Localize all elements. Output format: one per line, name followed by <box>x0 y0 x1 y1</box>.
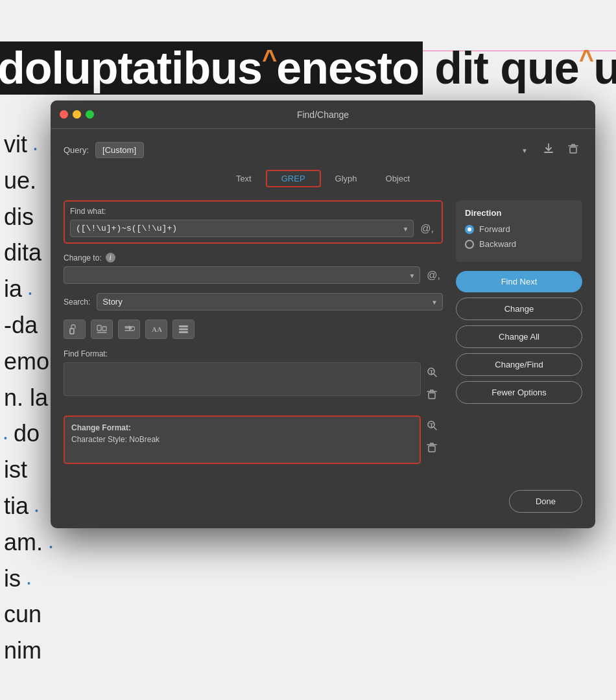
query-select[interactable]: [Custom] <box>95 142 144 158</box>
tab-object[interactable]: Object <box>372 170 425 187</box>
find-what-box: Find what: @, <box>64 200 443 244</box>
find-what-special-chars-button[interactable]: @, <box>418 222 436 236</box>
fewer-options-button[interactable]: Fewer Options <box>456 381 582 404</box>
svg-rect-7 <box>179 325 188 327</box>
change-to-input-wrapper <box>64 266 420 284</box>
direction-title: Direction <box>465 208 573 218</box>
find-next-button[interactable]: Find Next <box>456 271 582 292</box>
change-format-box: Change Format: Character Style: NoBreak <box>64 415 421 464</box>
traffic-lights <box>60 110 94 119</box>
find-what-input[interactable] <box>70 220 414 237</box>
query-row: Query: [Custom] <box>64 139 582 161</box>
change-format-clear-button[interactable] <box>425 440 439 457</box>
bg-headline-highlight: doluptatibus^enesto <box>0 41 423 95</box>
change-format-row: Change Format: Character Style: NoBreak … <box>64 415 443 464</box>
change-find-button[interactable]: Change/Find <box>456 353 582 376</box>
find-what-section: Find what: @, <box>64 200 443 244</box>
find-what-input-row: @, <box>70 220 436 237</box>
find-format-search-button[interactable]: T <box>425 365 439 382</box>
minimize-button[interactable] <box>73 110 81 119</box>
svg-rect-8 <box>179 329 188 331</box>
svg-rect-5 <box>102 327 106 331</box>
find-what-label: Find what: <box>70 207 436 216</box>
svg-rect-15 <box>429 446 435 452</box>
find-what-input-wrapper <box>70 220 414 237</box>
save-query-button[interactable] <box>539 139 558 161</box>
svg-rect-2 <box>70 329 74 334</box>
change-format-icons: T <box>421 415 443 460</box>
maximize-button[interactable] <box>86 110 94 119</box>
direction-section: Direction Forward Backward <box>456 200 582 262</box>
change-format-content: Character Style: NoBreak <box>71 435 413 444</box>
main-layout: Find what: @, Change to: i <box>64 200 582 473</box>
search-select-wrapper: Story <box>97 293 443 310</box>
find-format-box <box>64 362 421 396</box>
find-change-dialog: Find/Change Query: [Custom] <box>51 100 595 528</box>
find-format-clear-button[interactable] <box>425 387 439 404</box>
svg-rect-4 <box>97 325 101 331</box>
change-to-section: Change to: i @, <box>64 253 443 284</box>
change-to-special-chars-button[interactable]: @, <box>424 268 443 283</box>
svg-rect-3 <box>70 329 74 334</box>
dialog-title: Find/Change <box>297 110 349 120</box>
tab-glyph[interactable]: Glyph <box>321 170 372 187</box>
tab-text[interactable]: Text <box>222 170 266 187</box>
change-format-search-button[interactable]: T <box>425 418 439 435</box>
svg-rect-1 <box>570 147 576 153</box>
query-select-wrapper: [Custom] <box>95 142 533 158</box>
change-to-input[interactable] <box>64 266 420 284</box>
bg-body-left: vit • ue. dis dita ia • -da emo n. la • … <box>0 126 58 669</box>
case-sensitive-button[interactable] <box>64 320 86 339</box>
radio-backward-row: Backward <box>465 239 573 249</box>
radio-forward-row: Forward <box>465 224 573 234</box>
change-all-button[interactable]: Change All <box>456 325 582 348</box>
radio-forward[interactable] <box>465 225 474 234</box>
format-option-button[interactable]: AA <box>145 320 167 339</box>
search-select[interactable]: Story <box>97 293 443 310</box>
left-column: Find what: @, Change to: i <box>64 200 443 473</box>
change-format-section: Change Format: Character Style: NoBreak … <box>64 415 443 464</box>
query-label: Query: <box>64 145 89 155</box>
radio-backward-label: Backward <box>479 239 516 249</box>
search-row: Search: Story <box>64 293 443 310</box>
find-format-row: T <box>64 362 443 406</box>
find-format-section: Find Format: T <box>64 349 443 406</box>
close-button[interactable] <box>60 110 68 119</box>
filter-icons-row: AA <box>64 320 443 339</box>
whole-word-button[interactable] <box>91 320 113 339</box>
info-icon[interactable]: i <box>106 253 115 262</box>
wrap-around-button[interactable] <box>118 320 140 339</box>
titlebar: Find/Change <box>51 100 595 129</box>
search-label: Search: <box>64 298 90 307</box>
svg-rect-9 <box>179 331 188 333</box>
radio-backward[interactable] <box>465 240 474 249</box>
svg-rect-0 <box>544 152 553 153</box>
find-format-label: Find Format: <box>64 349 443 358</box>
svg-rect-12 <box>429 393 435 399</box>
svg-text:T: T <box>430 369 434 375</box>
bg-headline: doluptatibus^enesto dit que^uaep~ <box>0 42 616 94</box>
svg-text:AA: AA <box>152 325 162 333</box>
radio-forward-label: Forward <box>479 224 510 234</box>
tabs-row: Text GREP Glyph Object <box>64 170 582 187</box>
right-column: Direction Forward Backward Find Next Cha… <box>456 200 582 473</box>
done-button[interactable]: Done <box>509 490 582 513</box>
other-option-button[interactable] <box>172 320 195 339</box>
tab-grep[interactable]: GREP <box>266 170 321 187</box>
find-format-icons: T <box>421 362 443 406</box>
delete-query-button[interactable] <box>564 139 582 161</box>
done-row: Done <box>64 484 582 513</box>
change-to-label: Change to: i <box>64 253 443 262</box>
dialog-content: Query: [Custom] Text G <box>51 129 595 528</box>
svg-text:T: T <box>430 422 434 428</box>
change-to-input-row: @, <box>64 266 443 284</box>
change-button[interactable]: Change <box>456 298 582 320</box>
change-format-title: Change Format: <box>71 423 413 432</box>
